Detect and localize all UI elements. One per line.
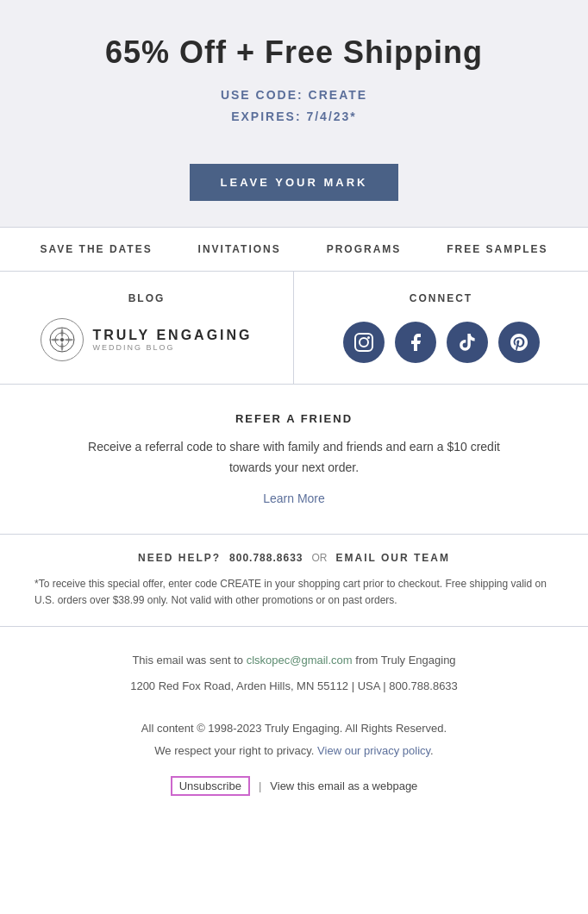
instagram-icon[interactable] [343, 322, 385, 363]
svg-point-8 [66, 339, 72, 341]
svg-point-7 [52, 339, 59, 341]
svg-point-11 [367, 336, 370, 339]
facebook-icon[interactable] [395, 322, 436, 363]
learn-more-link[interactable]: Learn More [263, 491, 325, 505]
footer-divider: | [259, 779, 261, 792]
email-container: 65% Off + Free Shipping USE CODE: CREATE… [0, 0, 588, 914]
refer-section: REFER A FRIEND Receive a referral code t… [0, 385, 588, 535]
footer-address: 1200 Red Fox Road, Arden Hills, MN 55112… [52, 677, 536, 696]
help-or: OR [311, 552, 327, 564]
footer-unsubscribe-row: Unsubscribe | View this email as a webpa… [52, 776, 536, 796]
view-as-webpage-link[interactable]: View this email as a webpage [270, 779, 417, 792]
hero-section: 65% Off + Free Shipping USE CODE: CREATE… [0, 0, 588, 227]
hero-code-line: USE CODE: CREATE EXPIRES: 7/4/23* [34, 85, 554, 128]
hero-title: 65% Off + Free Shipping [34, 34, 554, 71]
unsubscribe-link[interactable]: Unsubscribe [171, 776, 250, 796]
help-fine-print: *To receive this special offer, enter co… [34, 576, 554, 609]
nav-free-samples[interactable]: FREE SAMPLES [447, 243, 547, 255]
help-phone: 800.788.8633 [229, 552, 303, 564]
help-row: NEED HELP? 800.788.8633 OR EMAIL OUR TEA… [34, 552, 554, 564]
connect-col: CONNECT [294, 272, 588, 384]
blog-logo-circle [41, 318, 84, 361]
nav-save-the-dates[interactable]: SAVE THE DATES [40, 243, 152, 255]
help-label: NEED HELP? [138, 552, 221, 564]
svg-rect-9 [355, 334, 372, 351]
blog-connect-section: BLOG [0, 272, 588, 385]
blog-brand-name: TRULY ENGAGING [92, 328, 252, 343]
connect-label: CONNECT [410, 292, 472, 304]
blog-logo-svg [48, 326, 76, 354]
nav-items: SAVE THE DATES INVITATIONS PROGRAMS FREE… [17, 243, 571, 255]
blog-col: BLOG [0, 272, 294, 384]
footer-sent-text: This email was sent to clskopec@gmail.co… [52, 651, 536, 670]
email-our-team-link[interactable]: EMAIL OUR TEAM [335, 552, 449, 564]
social-icons-row [343, 322, 540, 363]
blog-name-block: TRULY ENGAGING WEDDING BLOG [92, 328, 252, 352]
refer-title: REFER A FRIEND [69, 412, 519, 425]
pinterest-icon[interactable] [498, 322, 540, 363]
help-section: NEED HELP? 800.788.8633 OR EMAIL OUR TEA… [0, 535, 588, 627]
svg-point-6 [61, 343, 64, 350]
privacy-policy-link[interactable]: View our privacy policy [317, 744, 430, 757]
svg-point-5 [61, 329, 64, 336]
svg-point-4 [60, 338, 64, 341]
footer-email-link[interactable]: clskopec@gmail.com [247, 654, 353, 667]
nav-programs[interactable]: PROGRAMS [327, 243, 402, 255]
footer-section: This email was sent to clskopec@gmail.co… [0, 627, 588, 816]
tiktok-icon[interactable] [447, 322, 488, 363]
refer-body: Receive a referral code to share with fa… [69, 437, 519, 479]
footer-copyright: All content © 1998-2023 Truly Engaging. … [52, 719, 536, 738]
nav-section: SAVE THE DATES INVITATIONS PROGRAMS FREE… [0, 227, 588, 272]
blog-brand-subtitle: WEDDING BLOG [92, 343, 252, 352]
nav-invitations[interactable]: INVITATIONS [198, 243, 281, 255]
leave-your-mark-button[interactable]: LEAVE YOUR MARK [190, 164, 399, 201]
svg-point-10 [360, 338, 368, 347]
footer-privacy-text: We respect your right to privacy. View o… [52, 742, 536, 761]
blog-label: BLOG [128, 292, 166, 304]
blog-logo: TRULY ENGAGING WEDDING BLOG [41, 318, 252, 361]
